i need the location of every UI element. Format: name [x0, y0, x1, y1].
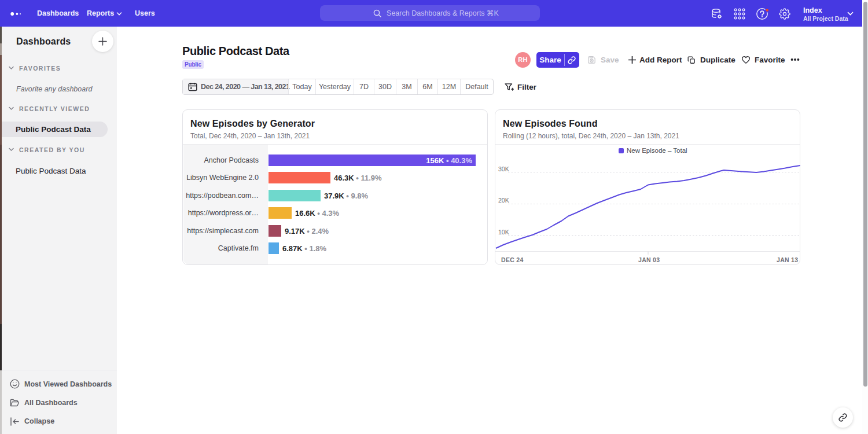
svg-text:20K: 20K: [498, 197, 509, 204]
svg-text:10K: 10K: [498, 229, 509, 236]
svg-text:30K: 30K: [498, 165, 509, 172]
